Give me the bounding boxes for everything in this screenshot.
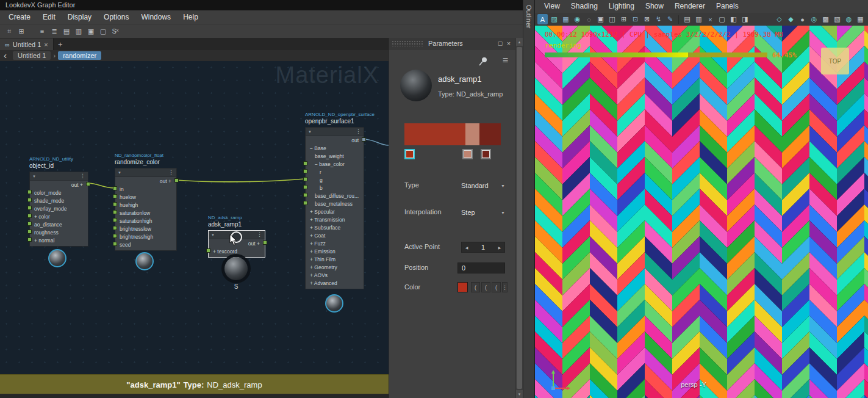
- arnold-render-view[interactable]: 00:00:12 1090x1212 | CPU | samples 3/2/2…: [535, 26, 868, 398]
- node-openpbr_surface1[interactable]: ▼⋮out− Basebase_weight− base_colorrgbbas…: [305, 127, 364, 289]
- wire-1[interactable]: [176, 179, 305, 182]
- stereo-right-icon[interactable]: ◨: [740, 14, 750, 24]
- type-dropdown[interactable]: Standard▼: [461, 179, 505, 192]
- field-chart-icon[interactable]: ⊡: [630, 14, 640, 24]
- node-port[interactable]: [113, 242, 117, 246]
- add-tab-button[interactable]: +: [54, 38, 67, 50]
- scrollbar-thumb[interactable]: [517, 47, 522, 389]
- viewport-menu-lighting[interactable]: Lighting: [603, 0, 640, 13]
- window-titlebar[interactable]: LookdevX Graph Editor: [0, 0, 523, 10]
- antialias-icon[interactable]: ▦: [855, 14, 866, 24]
- node-port[interactable]: [27, 214, 32, 218]
- gate-mask-icon[interactable]: ⊞: [619, 14, 629, 24]
- camera-lock-icon[interactable]: ⊠: [642, 14, 652, 24]
- collapse-chevron-icon[interactable]: ▼: [308, 130, 312, 134]
- soloing-icon[interactable]: Sˣ: [110, 26, 121, 37]
- color-swatch[interactable]: [457, 282, 468, 292]
- checker-map-icon[interactable]: ▩: [820, 14, 831, 24]
- menu-display[interactable]: Display: [62, 10, 98, 24]
- align-center-icon[interactable]: ≣: [49, 26, 60, 37]
- view-axis-gizmo[interactable]: TOP: [821, 48, 849, 74]
- outliner-panel-strip[interactable]: Outliner: [523, 0, 535, 398]
- menu-edit[interactable]: Edit: [37, 10, 62, 24]
- node-port[interactable]: [113, 234, 117, 238]
- scroll-down-icon[interactable]: ▼: [516, 390, 523, 398]
- node-port[interactable]: [27, 190, 32, 194]
- texture-view-icon[interactable]: ▨: [549, 14, 559, 24]
- close-panel-icon[interactable]: ×: [504, 40, 513, 47]
- collapse-chevron-icon[interactable]: ▼: [32, 175, 36, 178]
- ramp-gradient-widget[interactable]: [404, 123, 501, 145]
- node-port[interactable]: [303, 177, 307, 181]
- film-gate-icon[interactable]: ▣: [595, 14, 606, 24]
- viewport-menu-shading[interactable]: Shading: [565, 0, 603, 13]
- wire-sphere-icon[interactable]: ◌: [584, 14, 594, 24]
- light-sphere-icon[interactable]: ◎: [809, 14, 819, 24]
- parameters-scrollbar[interactable]: ▲ ▼: [515, 38, 523, 398]
- node-port[interactable]: [113, 186, 117, 190]
- node-port[interactable]: [303, 185, 307, 189]
- node-port[interactable]: [27, 237, 32, 242]
- node-object_id[interactable]: ▼⋮out +color_modeshade_modeoverlay_mode+…: [29, 172, 88, 247]
- breadcrumb-item-randomizer[interactable]: randomizer: [58, 51, 101, 60]
- node-menu-icon[interactable]: ⋮: [257, 232, 262, 237]
- wire-2[interactable]: [363, 139, 389, 145]
- node-port[interactable]: [303, 169, 307, 173]
- panel-grip-icon[interactable]: [392, 40, 423, 46]
- material-preview-badge[interactable]: [135, 252, 154, 270]
- node-randomize_color[interactable]: ▼⋮out +inhuelowhuehighsaturationlowsatur…: [115, 168, 177, 251]
- color-slider-button[interactable]: (: [492, 282, 501, 292]
- paint-effects-icon[interactable]: ✎: [665, 14, 675, 24]
- isolate-select-icon[interactable]: ▤: [682, 14, 692, 24]
- material-preview-badge[interactable]: [325, 294, 343, 313]
- texture-map-button[interactable]: ⋮: [502, 282, 508, 292]
- selection-mode-icon[interactable]: A: [537, 14, 548, 24]
- viewport-menu-show[interactable]: Show: [640, 0, 669, 13]
- node-port[interactable]: [362, 137, 366, 142]
- node-port[interactable]: [303, 193, 307, 197]
- distribute-vertical-icon[interactable]: ▥: [73, 26, 84, 37]
- node-menu-icon[interactable]: ⋮: [80, 173, 85, 179]
- menu-create[interactable]: Create: [2, 10, 37, 24]
- collapse-chevron-icon[interactable]: ▼: [211, 233, 215, 237]
- shaded-cube-icon[interactable]: ◆: [786, 14, 796, 24]
- node-port[interactable]: [303, 201, 307, 205]
- node-preview-sphere[interactable]: [224, 257, 248, 280]
- resolution-gate-icon[interactable]: ◫: [607, 14, 617, 24]
- textured-sphere-icon[interactable]: ●: [797, 14, 808, 24]
- decrement-icon[interactable]: ◀: [462, 245, 472, 250]
- node-port[interactable]: [174, 178, 179, 183]
- increment-icon[interactable]: ▶: [495, 245, 504, 250]
- stereo-left-icon[interactable]: ◧: [728, 14, 739, 24]
- pin-icon[interactable]: [478, 56, 489, 67]
- node-port[interactable]: [206, 248, 210, 253]
- occlusion-icon[interactable]: ◍: [844, 14, 854, 24]
- node-port[interactable]: [303, 161, 307, 165]
- lighting-icon[interactable]: ↯: [653, 14, 664, 24]
- menu-help[interactable]: Help: [177, 10, 204, 24]
- wire-0[interactable]: [87, 183, 115, 188]
- node-graph-canvas[interactable]: MaterialX ARNOLD_ND_utilityobject_id▼⋮ou…: [0, 61, 389, 374]
- image-plane-icon[interactable]: ▥: [694, 14, 704, 24]
- distribute-horizontal-icon[interactable]: ▤: [61, 26, 72, 37]
- collapse-chevron-icon[interactable]: ▼: [118, 171, 121, 175]
- add-node-icon[interactable]: ⌗: [4, 26, 15, 37]
- wireframe-cube-icon[interactable]: ◇: [774, 14, 784, 24]
- xray-icon[interactable]: ×: [705, 14, 716, 24]
- viewport-menu-renderer[interactable]: Renderer: [669, 0, 711, 13]
- parameters-header[interactable]: Parameters ▢ ×: [389, 38, 515, 49]
- color-slider-button[interactable]: (: [471, 282, 480, 292]
- color-slider-button[interactable]: (: [481, 282, 490, 292]
- ramp-stop-2[interactable]: [481, 149, 491, 159]
- menu-options[interactable]: Options: [98, 10, 135, 24]
- node-port[interactable]: [263, 241, 267, 245]
- node-port[interactable]: [113, 194, 117, 198]
- panel-menu-icon[interactable]: ≡: [503, 55, 508, 66]
- node-menu-icon[interactable]: ⋮: [168, 170, 174, 175]
- node-menu-icon[interactable]: ⋮: [356, 129, 361, 134]
- align-left-icon[interactable]: ≡: [37, 26, 48, 37]
- position-input[interactable]: 0: [457, 262, 505, 273]
- node-port[interactable]: [27, 198, 32, 202]
- viewport-menu-view[interactable]: View: [539, 0, 565, 13]
- frame-selection-icon[interactable]: ▣: [85, 26, 96, 37]
